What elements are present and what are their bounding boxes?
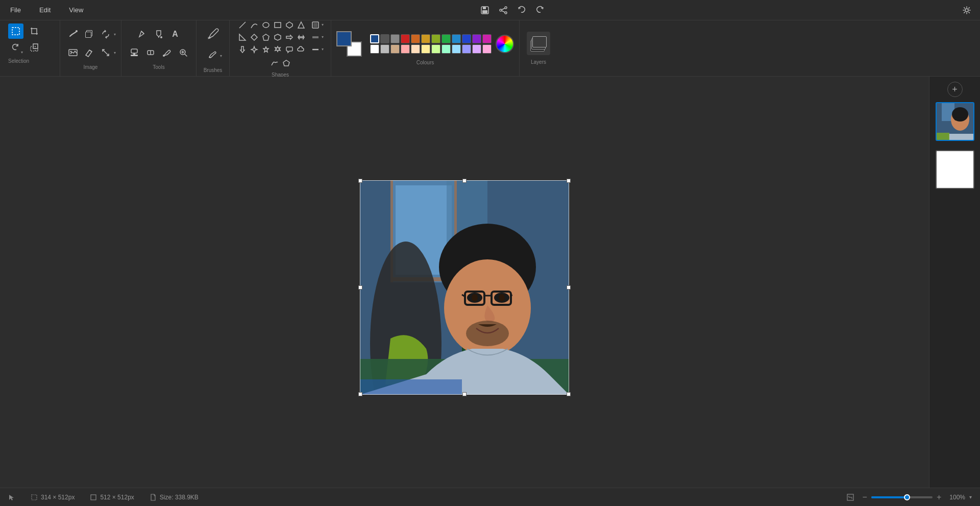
zoom-fit-button[interactable] <box>846 493 854 501</box>
colour-swatch-r2-4[interactable] <box>411 44 420 54</box>
foreground-colour[interactable] <box>336 31 352 46</box>
undo-icon[interactable] <box>514 3 529 17</box>
arrow-right-tool[interactable] <box>284 32 295 43</box>
fill-tool[interactable] <box>151 27 166 42</box>
colour-swatch-r2-10[interactable] <box>472 44 481 54</box>
layer-tool[interactable] <box>82 27 97 42</box>
crop-tool[interactable] <box>27 23 42 39</box>
text-tool[interactable]: A <box>167 27 183 42</box>
stamp-tool[interactable] <box>127 45 142 60</box>
magnify-tool[interactable] <box>176 45 191 60</box>
colour-swatch-r2-5[interactable] <box>421 44 430 54</box>
ellipse-tool[interactable] <box>260 19 272 31</box>
svg-rect-67 <box>32 495 37 500</box>
resize-dropdown[interactable]: ▾ <box>114 51 116 55</box>
zoom-slider-track[interactable] <box>871 496 933 498</box>
zoom-out-button[interactable]: − <box>863 493 867 501</box>
polygon-tool[interactable] <box>281 58 292 69</box>
outline-mode-dropdown[interactable]: ▾ <box>322 35 324 39</box>
layers-button[interactable] <box>527 32 550 55</box>
line-tool[interactable] <box>237 19 248 31</box>
arrow-2-tool[interactable] <box>296 32 307 43</box>
menu-view[interactable]: View <box>65 4 87 16</box>
arrow-down-tool[interactable] <box>237 44 248 55</box>
menu-edit[interactable]: Edit <box>35 4 55 16</box>
colour-swatch-r1-2[interactable] <box>390 34 400 43</box>
redo-icon[interactable] <box>533 3 547 17</box>
color-picker-tool[interactable] <box>159 45 175 60</box>
colour-swatch-r1-7[interactable] <box>442 34 451 43</box>
rhombus-tool[interactable] <box>284 19 295 31</box>
rotate-flip-dropdown[interactable]: ▾ <box>114 32 116 37</box>
erase-tool[interactable] <box>82 45 97 60</box>
save-icon[interactable] <box>478 3 492 17</box>
curve-tool[interactable] <box>249 19 260 31</box>
colour-swatch-r2-2[interactable] <box>390 44 400 54</box>
rotate-flip-tool[interactable] <box>98 27 113 42</box>
canvas-image-container[interactable] <box>360 180 569 395</box>
layer-1-thumb[interactable] <box>936 102 974 141</box>
star4-tool[interactable] <box>249 44 260 55</box>
diamond-tool[interactable] <box>249 32 260 43</box>
colour-swatch-r1-6[interactable] <box>431 34 440 43</box>
colour-swatch-r1-10[interactable] <box>472 34 481 43</box>
smudge-tool[interactable] <box>65 27 81 42</box>
layer-2-thumb[interactable] <box>936 150 974 189</box>
cursor-status <box>8 494 15 501</box>
brush-tool[interactable] <box>202 23 224 45</box>
colour-swatch-r2-9[interactable] <box>462 44 471 54</box>
zoom-thumb[interactable] <box>904 494 910 500</box>
star5-tool[interactable] <box>260 44 272 55</box>
right-tri-tool[interactable] <box>237 32 248 43</box>
resize-tool[interactable] <box>98 45 113 60</box>
hex-tool[interactable] <box>272 32 283 43</box>
rect-tool[interactable] <box>272 19 283 31</box>
freeform-tool[interactable] <box>269 58 280 69</box>
color-wheel-button[interactable] <box>496 35 514 53</box>
cursor-icon <box>8 494 15 501</box>
shapes-fill-mode[interactable] <box>310 19 321 31</box>
titlebar: File Edit View <box>0 0 980 20</box>
colour-swatch-r2-11[interactable] <box>482 44 492 54</box>
pencil-tool[interactable] <box>135 27 150 42</box>
cloud-tool[interactable] <box>296 44 307 55</box>
colour-swatch-r1-11[interactable] <box>482 34 492 43</box>
colour-swatch-r1-9[interactable] <box>462 34 471 43</box>
settings-icon[interactable] <box>960 3 974 17</box>
share-icon[interactable] <box>496 3 510 17</box>
colour-swatch-r1-5[interactable] <box>421 34 430 43</box>
selection-more[interactable] <box>27 40 42 55</box>
colour-swatch-r2-6[interactable] <box>431 44 440 54</box>
colour-swatch-r1-8[interactable] <box>452 34 461 43</box>
size-mode-dropdown[interactable]: ▾ <box>322 47 324 52</box>
fill-mode-dropdown[interactable]: ▾ <box>322 22 324 27</box>
menu-file[interactable]: File <box>6 4 25 16</box>
svg-rect-30 <box>275 22 281 28</box>
brush-dropdown[interactable]: ▾ <box>220 54 222 58</box>
zoom-in-button[interactable]: + <box>937 493 941 501</box>
colour-swatch-r1-1[interactable] <box>380 34 389 43</box>
star6-tool[interactable] <box>272 44 283 55</box>
rotate-tool[interactable]: ▾ <box>8 40 23 55</box>
shapes-outline-mode[interactable] <box>310 32 321 43</box>
bubble-tool[interactable] <box>284 44 295 55</box>
colour-swatch-r2-1[interactable] <box>380 44 389 54</box>
zoom-dropdown-button[interactable]: ▾ <box>969 494 972 500</box>
full-image-tool[interactable] <box>65 45 81 60</box>
colour-swatch-r2-0[interactable] <box>370 44 379 54</box>
rect-select-tool[interactable] <box>8 23 23 39</box>
pent-tool[interactable] <box>260 32 272 43</box>
colour-swatch-r1-4[interactable] <box>411 34 420 43</box>
canvas-area[interactable] <box>0 77 929 488</box>
shapes-size-mode[interactable] <box>310 44 321 55</box>
colour-swatch-r1-3[interactable] <box>401 34 410 43</box>
colour-swatch-r2-3[interactable] <box>401 44 410 54</box>
colour-swatch-r2-8[interactable] <box>452 44 461 54</box>
eraser-tool[interactable] <box>143 45 158 60</box>
colour-swatch-r2-7[interactable] <box>442 44 451 54</box>
add-layer-button[interactable]: + <box>947 82 963 97</box>
brush-settings[interactable] <box>204 48 219 63</box>
colour-swatch-r1-0[interactable] <box>370 34 379 43</box>
triangle-tool[interactable] <box>296 19 307 31</box>
active-colours[interactable] <box>336 31 362 57</box>
